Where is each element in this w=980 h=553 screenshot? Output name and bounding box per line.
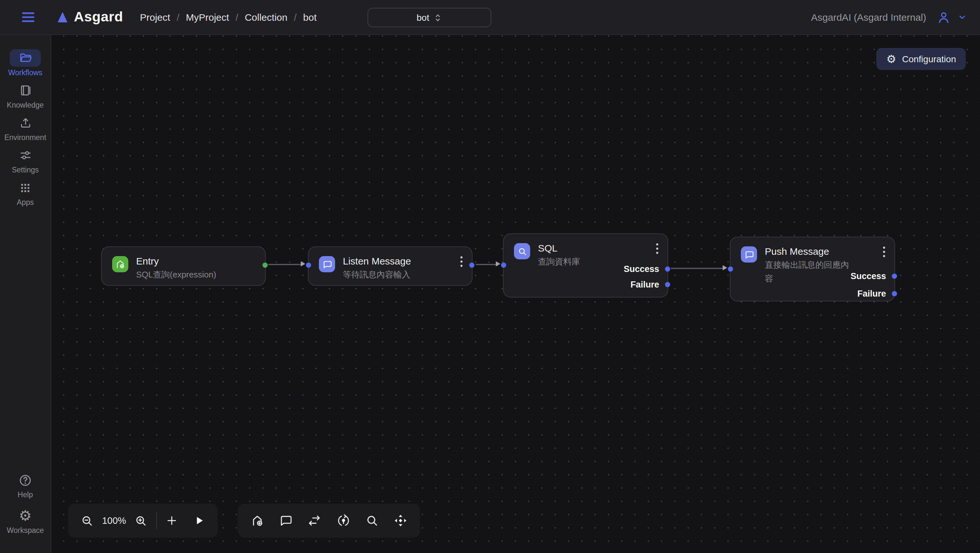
header-account-area: AsgardAI (Asgard Internal) <box>811 10 980 24</box>
upload-icon <box>19 116 32 130</box>
node-text: Listen Message 等待訊息內容輸入 <box>343 254 411 282</box>
output-label-success: Success <box>624 264 659 274</box>
output-port[interactable] <box>469 263 474 268</box>
zoom-level: 100% <box>100 515 128 526</box>
configuration-button-label: Configuration <box>902 54 956 64</box>
loop-lightbulb-icon[interactable] <box>336 513 350 528</box>
sidebar-item-label: Environment <box>0 134 51 141</box>
node-text: SQL 查詢資料庫 <box>538 241 580 269</box>
app-window: Asgard Project / MyProject / Collection … <box>0 0 980 553</box>
input-port[interactable] <box>306 263 311 268</box>
node-title: Listen Message <box>343 254 411 268</box>
sidebar-item-help[interactable]: Help <box>0 471 51 499</box>
toolbar-divider <box>156 512 157 529</box>
node-subtitle: 等待訊息內容輸入 <box>343 268 411 282</box>
zoom-out-icon[interactable] <box>80 514 94 528</box>
search-icon <box>514 243 530 259</box>
sidebar-item-label: Workspace <box>0 526 51 534</box>
sliders-icon <box>19 148 32 162</box>
output-label-failure: Failure <box>857 288 886 298</box>
app-logo-text: Asgard <box>74 9 123 25</box>
breadcrumb-myproject[interactable]: MyProject <box>186 12 229 23</box>
sidebar-item-label: Apps <box>0 198 51 206</box>
apps-grid-icon <box>19 181 32 194</box>
chat-bubble-icon <box>741 246 757 263</box>
output-label-failure: Failure <box>630 279 659 289</box>
workflow-select-value: bot <box>417 12 430 23</box>
gear-icon: ⚙ <box>19 508 32 523</box>
search-icon[interactable] <box>365 513 379 528</box>
workflow-canvas[interactable]: ⚙ Configuration Entry SQL查詢(expression) <box>51 35 980 553</box>
top-header: Asgard Project / MyProject / Collection … <box>0 0 980 35</box>
chat-bubble-icon[interactable] <box>279 513 293 528</box>
swap-arrows-icon[interactable] <box>307 513 322 528</box>
kebab-menu-icon[interactable] <box>460 256 463 267</box>
edge-arrowhead <box>723 265 727 270</box>
workflow-select[interactable]: bot <box>368 8 491 27</box>
kebab-menu-icon[interactable] <box>883 246 885 257</box>
chat-bubble-icon <box>319 256 335 272</box>
configuration-button[interactable]: ⚙ Configuration <box>877 48 966 70</box>
house-plus-icon[interactable] <box>250 513 264 528</box>
sidebar-item-label: Knowledge <box>0 101 51 109</box>
sidebar-item-workspace[interactable]: ⚙ Workspace <box>0 507 51 534</box>
person-icon[interactable] <box>937 10 951 24</box>
node-text: Push Message 直接輸出訊息的回應內容 <box>765 244 852 285</box>
folder-open-icon <box>19 51 32 65</box>
edge-arrowhead <box>496 261 500 266</box>
edge-entry-to-listen <box>268 264 301 265</box>
unfold-icon <box>434 13 442 22</box>
sidebar-item-environment[interactable]: Environment <box>0 114 51 141</box>
book-icon <box>19 84 32 97</box>
output-port-failure[interactable] <box>892 291 897 296</box>
breadcrumb-separator: / <box>177 12 179 23</box>
sidebar-item-apps[interactable]: Apps <box>0 179 51 206</box>
node-text: Entry SQL查詢(expression) <box>136 254 216 282</box>
node-subtitle: 直接輸出訊息的回應內容 <box>765 259 852 285</box>
sidebar-item-settings[interactable]: Settings <box>0 147 51 174</box>
zoom-in-icon[interactable] <box>134 514 148 528</box>
zoom-toolbar: 100% <box>68 504 218 537</box>
kebab-menu-icon[interactable] <box>656 243 659 254</box>
triangle-logo <box>57 12 68 23</box>
edge-sql-success-to-push <box>671 268 723 269</box>
output-port[interactable] <box>262 263 268 268</box>
output-port-failure[interactable] <box>665 282 670 287</box>
input-port[interactable] <box>501 263 506 268</box>
output-label-success: Success <box>850 271 886 281</box>
sidebar-item-label: Help <box>0 491 51 499</box>
breadcrumb: Project / MyProject / Collection / bot <box>140 12 317 23</box>
output-port-success[interactable] <box>665 266 670 272</box>
chevron-down-icon[interactable] <box>957 12 967 22</box>
node-push-message[interactable]: Push Message 直接輸出訊息的回應內容 Success Failure <box>730 237 895 301</box>
node-sql[interactable]: SQL 查詢資料庫 Success Failure <box>503 233 668 298</box>
help-circle-icon <box>18 473 32 487</box>
move-arrows-icon[interactable] <box>393 513 408 528</box>
edge-listen-to-sql <box>476 264 496 265</box>
breadcrumb-separator: / <box>294 12 296 23</box>
breadcrumb-collection[interactable]: Collection <box>245 12 288 23</box>
breadcrumb-bot[interactable]: bot <box>303 12 317 23</box>
breadcrumb-separator: / <box>235 12 238 23</box>
left-sidebar: Workflows Knowledge Environment <box>0 35 51 553</box>
sidebar-item-label: Workflows <box>0 69 51 76</box>
input-port[interactable] <box>728 266 733 272</box>
node-listen-message[interactable]: Listen Message 等待訊息內容輸入 <box>308 246 473 286</box>
node-title: Push Message <box>765 244 852 258</box>
add-icon[interactable] <box>165 514 178 527</box>
edge-arrowhead <box>301 261 305 266</box>
node-title: Entry <box>136 254 216 268</box>
play-icon[interactable] <box>192 514 205 527</box>
house-plus-icon <box>112 256 128 272</box>
breadcrumb-project[interactable]: Project <box>140 12 170 23</box>
sidebar-item-workflows[interactable]: Workflows <box>0 49 51 76</box>
sidebar-item-label: Settings <box>0 166 51 174</box>
node-subtitle: SQL查詢(expression) <box>136 268 216 282</box>
hamburger-icon[interactable] <box>22 12 34 22</box>
node-subtitle: 查詢資料庫 <box>538 255 580 269</box>
node-entry[interactable]: Entry SQL查詢(expression) <box>101 246 266 286</box>
gear-icon: ⚙ <box>886 54 896 64</box>
node-toolbar <box>238 504 420 537</box>
sidebar-item-knowledge[interactable]: Knowledge <box>0 82 51 109</box>
output-port-success[interactable] <box>892 274 897 279</box>
